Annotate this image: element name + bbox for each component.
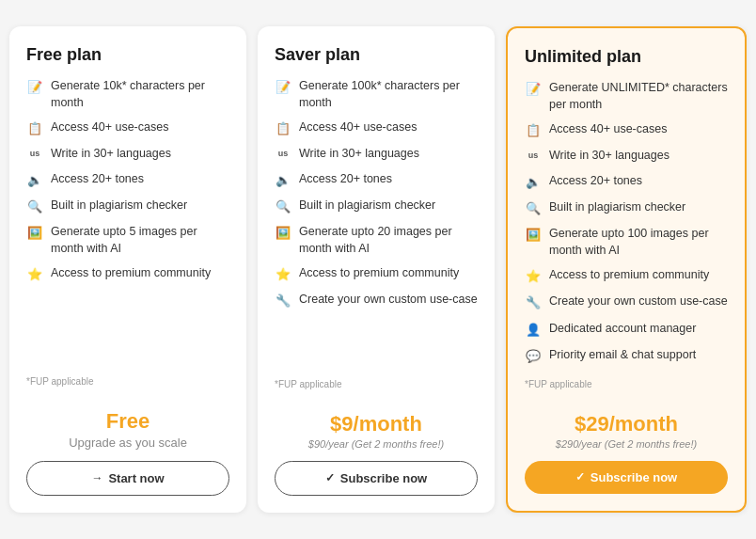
- list-item: usWrite in 30+ languages: [26, 146, 229, 163]
- feature-icon: 📝: [275, 79, 291, 96]
- feature-icon: 📝: [26, 79, 43, 96]
- feature-text: Access to premium community: [299, 265, 459, 282]
- list-item: 🖼️Generate upto 100 images per month wit…: [525, 226, 728, 259]
- feature-text: Built in plagiarism checker: [299, 198, 435, 214]
- feature-icon: 🔈: [26, 172, 43, 189]
- price-sub: $290/year (Get 2 months free!): [525, 438, 728, 450]
- fup-note: *FUP applicable: [275, 379, 478, 389]
- feature-text: Access 20+ tones: [549, 173, 642, 190]
- button-label: Start now: [108, 471, 164, 485]
- list-item: ⭐Access to premium community: [275, 265, 478, 283]
- feature-icon: us: [26, 148, 43, 160]
- feature-text: Generate 100k* characters per month: [299, 78, 478, 111]
- features-list-unlimited: 📝Generate UNLIMITED* characters per mont…: [525, 80, 728, 373]
- price-section-unlimited: $29/month$290/year (Get 2 months free!)✓…: [525, 403, 728, 494]
- feature-icon: 👤: [525, 322, 542, 339]
- feature-text: Write in 30+ languages: [51, 146, 171, 163]
- list-item: usWrite in 30+ languages: [275, 146, 478, 163]
- feature-text: Built in plagiarism checker: [51, 198, 187, 214]
- feature-icon: 🖼️: [525, 227, 542, 244]
- feature-icon: 💬: [525, 348, 542, 365]
- feature-text: Generate upto 20 images per month with A…: [299, 224, 478, 257]
- feature-icon: ⭐: [26, 266, 43, 283]
- feature-icon: 📋: [525, 122, 542, 139]
- feature-text: Generate UNLIMITED* characters per month: [549, 80, 728, 113]
- feature-icon: 🖼️: [26, 225, 43, 242]
- list-item: 🔍Built in plagiarism checker: [26, 198, 229, 215]
- list-item: usWrite in 30+ languages: [525, 148, 728, 165]
- list-item: 📋Access 40+ use-cases: [26, 119, 229, 137]
- list-item: 🖼️Generate upto 5 images per month with …: [26, 224, 229, 257]
- plan-card-free: Free plan📝Generate 10k* characters per m…: [9, 26, 246, 513]
- feature-icon: 📝: [525, 81, 542, 98]
- feature-text: Built in plagiarism checker: [549, 199, 685, 216]
- price-label: Upgrade as you scale: [26, 436, 229, 450]
- feature-text: Access to premium community: [51, 265, 211, 282]
- list-item: 🔧Create your own custom use-case: [525, 293, 728, 311]
- feature-icon: 🔍: [275, 198, 291, 215]
- feature-text: Access 40+ use-cases: [549, 121, 667, 138]
- button-icon: ✓: [325, 471, 335, 484]
- list-item: 🔍Built in plagiarism checker: [525, 199, 728, 217]
- feature-text: Write in 30+ languages: [299, 146, 419, 163]
- feature-text: Access 40+ use-cases: [299, 119, 417, 136]
- cta-button-unlimited[interactable]: ✓Subscribe now: [525, 461, 728, 494]
- button-icon: →: [91, 471, 102, 484]
- plan-title-unlimited: Unlimited plan: [525, 47, 728, 67]
- list-item: ⭐Access to premium community: [26, 265, 229, 283]
- list-item: 🖼️Generate upto 20 images per month with…: [275, 224, 478, 257]
- list-item: 📋Access 40+ use-cases: [275, 119, 478, 137]
- list-item: 📋Access 40+ use-cases: [525, 121, 728, 139]
- features-list-free: 📝Generate 10k* characters per month📋Acce…: [26, 78, 229, 371]
- price-section-free: FreeUpgrade as you scale→Start now: [26, 400, 229, 496]
- price-main: Free: [26, 409, 229, 434]
- list-item: 💬Priority email & chat support: [525, 347, 728, 365]
- feature-icon: ⭐: [275, 266, 291, 283]
- feature-icon: 📋: [275, 120, 291, 137]
- plan-card-saver: Saver plan📝Generate 100k* characters per…: [258, 26, 495, 513]
- feature-icon: 🔧: [275, 293, 291, 309]
- list-item: 📝Generate 100k* characters per month: [275, 78, 478, 111]
- feature-icon: 📋: [26, 120, 43, 137]
- list-item: 🔈Access 20+ tones: [275, 171, 478, 189]
- price-sub: $90/year (Get 2 months free!): [275, 438, 478, 450]
- list-item: 🔧Create your own custom use-case: [275, 292, 478, 309]
- feature-text: Dedicated account manager: [549, 321, 696, 338]
- fup-note: *FUP applicable: [26, 376, 229, 387]
- fup-note: *FUP applicable: [525, 379, 728, 389]
- button-label: Subscribe now: [591, 470, 677, 484]
- feature-icon: us: [275, 148, 291, 160]
- plan-title-free: Free plan: [26, 45, 229, 65]
- feature-icon: 🖼️: [275, 225, 291, 242]
- button-icon: ✓: [575, 470, 585, 484]
- feature-text: Access 40+ use-cases: [51, 119, 168, 136]
- feature-text: Access 20+ tones: [51, 171, 144, 188]
- feature-icon: 🔍: [525, 200, 542, 217]
- button-label: Subscribe now: [340, 471, 427, 485]
- list-item: 🔍Built in plagiarism checker: [275, 198, 478, 215]
- list-item: 👤Dedicated account manager: [525, 321, 728, 339]
- list-item: 🔈Access 20+ tones: [525, 173, 728, 191]
- cta-button-free[interactable]: →Start now: [26, 461, 229, 496]
- list-item: 📝Generate UNLIMITED* characters per mont…: [525, 80, 728, 113]
- price-section-saver: $9/month$90/year (Get 2 months free!)✓Su…: [275, 403, 478, 496]
- plan-title-saver: Saver plan: [275, 45, 478, 65]
- cta-button-saver[interactable]: ✓Subscribe now: [275, 461, 478, 496]
- feature-text: Create your own custom use-case: [299, 292, 478, 309]
- feature-text: Generate 10k* characters per month: [51, 78, 229, 111]
- list-item: ⭐Access to premium community: [525, 267, 728, 285]
- features-list-saver: 📝Generate 100k* characters per month📋Acc…: [275, 78, 478, 373]
- list-item: 📝Generate 10k* characters per month: [26, 78, 229, 111]
- feature-text: Write in 30+ languages: [549, 148, 669, 165]
- feature-text: Generate upto 100 images per month with …: [549, 226, 728, 259]
- plan-card-unlimited: Unlimited plan📝Generate UNLIMITED* chara…: [506, 26, 747, 513]
- feature-icon: 🔍: [26, 198, 43, 215]
- feature-icon: 🔧: [525, 294, 542, 311]
- price-main: $9/month: [275, 412, 478, 436]
- feature-icon: 🔈: [525, 174, 542, 191]
- feature-text: Access 20+ tones: [299, 171, 392, 188]
- feature-text: Generate upto 5 images per month with AI: [51, 224, 229, 257]
- price-main: $29/month: [525, 412, 728, 436]
- feature-text: Create your own custom use-case: [549, 293, 728, 310]
- feature-icon: 🔈: [275, 172, 291, 189]
